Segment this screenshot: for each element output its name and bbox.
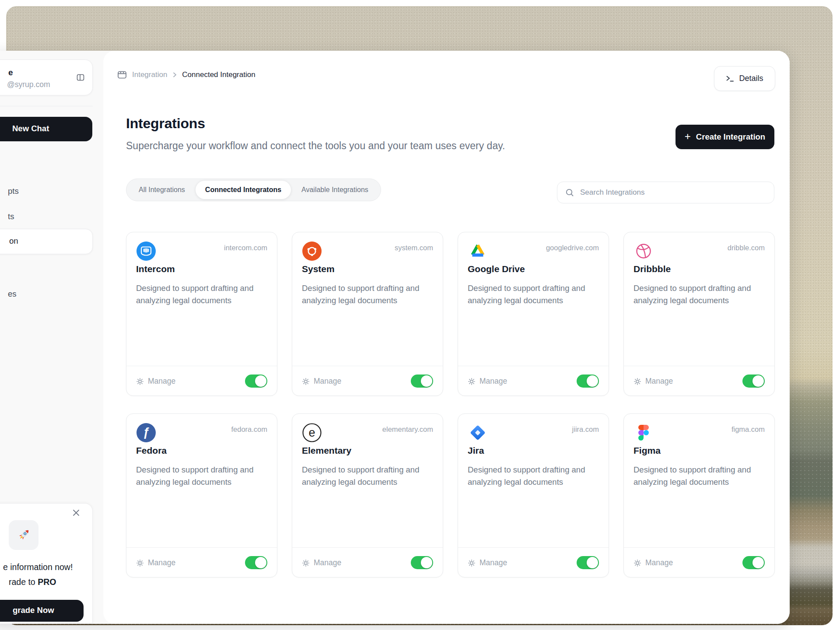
card-footer: Manage <box>292 366 443 396</box>
integration-toggle[interactable] <box>577 374 599 388</box>
manage-button[interactable]: Manage <box>302 377 341 386</box>
close-icon[interactable] <box>72 509 80 518</box>
gear-icon <box>468 559 476 567</box>
integration-toggle[interactable] <box>411 374 433 388</box>
promo-text-line1: e information now! <box>3 562 73 572</box>
integration-toggle[interactable] <box>742 374 765 388</box>
ubuntu-icon <box>302 241 322 261</box>
tab-connected-integratons[interactable]: Connected Integratons <box>196 181 291 199</box>
integration-toggle[interactable] <box>245 556 267 569</box>
integration-name: Fedora <box>136 445 167 456</box>
integrations-grid: intercom.com Intercom Designed to suppor… <box>126 232 775 578</box>
user-profile-card[interactable]: e @syrup.com <box>0 60 93 95</box>
plus-icon: + <box>685 131 691 142</box>
card-footer: Manage <box>458 547 609 577</box>
sidebar-item-pts[interactable]: pts <box>8 186 19 196</box>
integration-name: Elementary <box>302 445 351 456</box>
search-box[interactable] <box>557 182 774 203</box>
gear-icon <box>136 559 144 567</box>
manage-button[interactable]: Manage <box>468 558 507 567</box>
gear-icon <box>136 378 144 385</box>
card-footer: Manage <box>126 547 277 577</box>
toggle-knob <box>421 557 432 568</box>
create-integration-button[interactable]: + Create Integration <box>676 125 774 149</box>
integration-domain: intercom.com <box>224 244 267 252</box>
svg-text:ƒ: ƒ <box>143 426 149 439</box>
integration-tabs: All IntegrationsConnected IntegratonsAva… <box>126 178 381 201</box>
integration-card: figma.com Figma Designed to support draf… <box>623 413 775 578</box>
integration-card: dribble.com Dribbble Designed to support… <box>623 232 775 396</box>
integration-domain: dribble.com <box>728 244 765 252</box>
manage-button[interactable]: Manage <box>634 377 673 386</box>
upgrade-now-button[interactable]: grade Now <box>0 600 84 622</box>
toggle-knob <box>752 557 764 568</box>
elementary-icon: e <box>302 423 322 443</box>
tab-all-integrations[interactable]: All Integrations <box>129 181 195 199</box>
google-drive-icon <box>468 241 488 261</box>
manage-button[interactable]: Manage <box>302 558 341 567</box>
gear-icon <box>468 378 476 385</box>
gear-icon <box>302 378 310 385</box>
sidebar-divider <box>0 106 93 106</box>
integration-card: intercom.com Intercom Designed to suppor… <box>126 232 277 396</box>
integration-name: Intercom <box>136 264 175 274</box>
toggle-knob <box>255 375 266 387</box>
promo-text-line2: rade to PRO <box>9 577 56 587</box>
card-footer: Manage <box>292 547 443 577</box>
tab-available-integrations[interactable]: Available Integrations <box>292 181 378 199</box>
card-footer: Manage <box>458 366 609 396</box>
screenshot-stage: e @syrup.com New Chat ptstsones <box>0 0 840 630</box>
card-footer: Manage <box>624 547 774 577</box>
browser-code-icon <box>117 70 127 80</box>
integration-domain: figma.com <box>732 425 765 434</box>
gear-icon <box>634 559 641 567</box>
gear-icon <box>302 559 310 567</box>
integration-toggle[interactable] <box>245 374 267 388</box>
integration-card: googledrive.com Google Drive Designed to… <box>458 232 609 396</box>
integration-description: Designed to support drafting and analyzi… <box>634 282 766 307</box>
integration-description: Designed to support drafting and analyzi… <box>302 464 434 488</box>
integration-card: jiira.com Jira Designed to support draft… <box>458 413 609 578</box>
integration-toggle[interactable] <box>577 556 599 569</box>
user-email: @syrup.com <box>7 80 50 89</box>
search-icon <box>565 188 574 197</box>
details-button[interactable]: Details <box>714 66 775 91</box>
integration-toggle[interactable] <box>742 556 765 569</box>
integration-description: Designed to support drafting and analyzi… <box>634 464 766 488</box>
upgrade-promo-card: e information now! rade to PRO grade Now <box>0 503 93 624</box>
sidebar-collapse-icon[interactable] <box>77 74 84 81</box>
integration-toggle[interactable] <box>411 556 433 569</box>
integration-description: Designed to support drafting and analyzi… <box>468 282 600 307</box>
manage-button[interactable]: Manage <box>634 558 673 567</box>
manage-button[interactable]: Manage <box>136 377 175 386</box>
rocket-icon <box>9 520 38 550</box>
sidebar-item-on[interactable]: on <box>0 229 93 254</box>
integration-name: Dribbble <box>634 264 671 274</box>
card-footer: Manage <box>126 366 277 396</box>
sidebar-item-ts[interactable]: ts <box>8 212 14 221</box>
toggle-knob <box>255 557 266 568</box>
breadcrumb-parent[interactable]: Integration <box>132 70 167 79</box>
dribbble-icon <box>634 241 654 261</box>
sidebar-item-es[interactable]: es <box>8 289 17 299</box>
integration-name: System <box>302 264 335 274</box>
manage-button[interactable]: Manage <box>468 377 507 386</box>
toggle-knob <box>587 557 598 568</box>
integration-description: Designed to support drafting and analyzi… <box>136 464 268 488</box>
integration-domain: fedora.com <box>231 425 267 434</box>
terminal-icon <box>726 75 735 82</box>
integration-domain: elementary.com <box>382 425 433 434</box>
manage-button[interactable]: Manage <box>136 558 175 567</box>
integration-name: Figma <box>634 445 661 456</box>
integration-domain: system.com <box>395 244 433 252</box>
main-panel: Integration Connected Integration Detail… <box>103 51 790 624</box>
new-chat-button[interactable]: New Chat <box>0 117 92 141</box>
integration-name: Jira <box>468 445 484 456</box>
breadcrumb-current: Connected Integration <box>182 70 255 79</box>
toggle-knob <box>421 375 432 387</box>
integration-domain: googledrive.com <box>546 244 599 252</box>
search-input[interactable] <box>579 188 766 197</box>
breadcrumb: Integration Connected Integration <box>117 70 256 80</box>
integration-card: system.com System Designed to support dr… <box>292 232 443 396</box>
integration-description: Designed to support drafting and analyzi… <box>468 464 600 488</box>
